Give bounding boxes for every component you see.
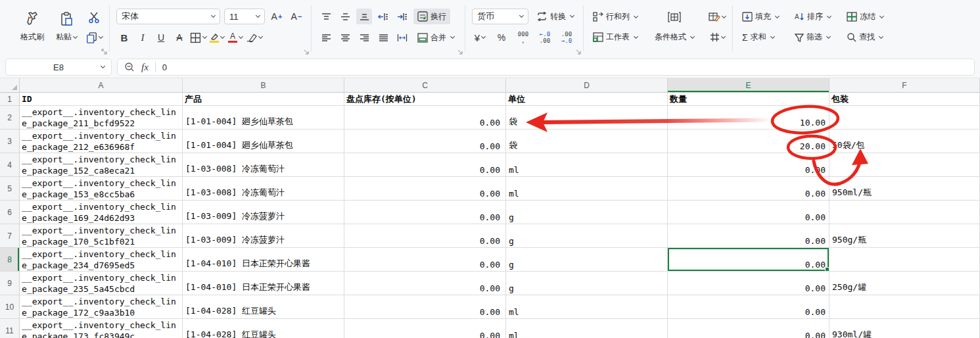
align-center-button[interactable] xyxy=(337,30,353,45)
column-header-D[interactable]: D xyxy=(506,78,668,93)
table-button[interactable] xyxy=(666,9,682,25)
cell-A7[interactable]: __export__.inventory_check_line_package_… xyxy=(20,224,183,248)
clipboard-dialog-launcher[interactable] xyxy=(101,49,107,55)
cell-B8[interactable]: [1-04-010] 日本正荣开心果酱 xyxy=(183,248,344,272)
cell-E6[interactable]: 0.00 xyxy=(668,201,829,224)
select-all-corner[interactable] xyxy=(0,78,20,93)
header-cell-B1[interactable]: 产品 xyxy=(183,93,344,106)
clear-format-button[interactable] xyxy=(246,30,262,45)
cell-C3[interactable]: 0.00 xyxy=(344,130,506,153)
cell-C11[interactable]: 0.00 xyxy=(344,319,506,338)
fill-handle[interactable] xyxy=(825,267,829,272)
increase-indent-button[interactable] xyxy=(394,9,410,24)
alignment-dialog-launcher[interactable] xyxy=(457,49,463,55)
cell-C9[interactable]: 0.00 xyxy=(344,272,506,295)
cell-style-button[interactable] xyxy=(709,30,725,45)
cell-E10[interactable]: 0.00 xyxy=(668,295,829,319)
cell-F7[interactable]: 950g/瓶 xyxy=(829,224,980,248)
cell-B9[interactable]: [1-04-010] 日本正荣开心果酱 xyxy=(183,272,344,295)
find-button[interactable]: 查找 xyxy=(844,30,886,45)
align-bottom-button[interactable] xyxy=(356,9,372,24)
align-right-button[interactable] xyxy=(356,30,372,45)
row-header-4[interactable]: 4 xyxy=(0,153,20,177)
increase-font-button[interactable]: A+ xyxy=(269,9,285,24)
align-left-button[interactable] xyxy=(318,30,334,45)
sort-button[interactable]: A 排序 xyxy=(792,9,833,25)
column-header-F[interactable]: F xyxy=(829,78,980,93)
header-cell-F1[interactable]: 包装 xyxy=(829,93,980,106)
row-header-5[interactable]: 5 xyxy=(0,177,20,201)
cell-F10[interactable] xyxy=(829,295,980,319)
row-header-3[interactable]: 3 xyxy=(0,130,20,153)
cell-C8[interactable]: 0.00 xyxy=(344,248,506,272)
rows-columns-button[interactable]: 行和列 xyxy=(590,9,640,25)
cell-A11[interactable]: __export__.inventory_check_line_package_… xyxy=(20,319,183,338)
copy-button[interactable] xyxy=(85,30,103,45)
row-header-1[interactable]: 1 xyxy=(0,93,20,106)
header-cell-C1[interactable]: 盘点库存(按单位) xyxy=(344,93,506,106)
cell-E5[interactable]: 0.00 xyxy=(668,177,829,201)
cell-F9[interactable]: 250g/罐 xyxy=(829,272,980,295)
column-header-C[interactable]: C xyxy=(344,78,506,93)
format-painter-button[interactable]: 格式刷 xyxy=(17,9,47,45)
cell-D3[interactable]: 袋 xyxy=(506,130,668,153)
cell-B11[interactable]: [1-04-028] 红豆罐头 xyxy=(183,319,344,338)
row-header-2[interactable]: 2 xyxy=(0,106,20,130)
cell-A2[interactable]: __export__.inventory_check_line_package_… xyxy=(20,106,183,130)
cell-D9[interactable]: g xyxy=(506,272,668,295)
merge-cells-button[interactable]: 合并 xyxy=(413,30,458,45)
cell-C7[interactable]: 0.00 xyxy=(344,224,506,248)
cell-F4[interactable] xyxy=(829,153,980,177)
cell-A6[interactable]: __export__.inventory_check_line_package_… xyxy=(20,201,183,224)
cell-B2[interactable]: [1-01-004] 廻乡仙草茶包 xyxy=(183,106,344,130)
increase-decimal-button[interactable]: ←.0.00 xyxy=(537,30,553,45)
table-style-button[interactable] xyxy=(709,9,726,25)
fx-icon[interactable]: fx xyxy=(141,62,149,73)
cell-F6[interactable] xyxy=(829,201,980,224)
number-dialog-launcher[interactable] xyxy=(575,49,581,55)
strikethrough-button[interactable]: A xyxy=(172,30,187,45)
cell-F11[interactable]: 930ml/罐 xyxy=(829,319,980,338)
cut-button[interactable] xyxy=(85,9,103,25)
cell-E11[interactable]: 0.00 xyxy=(668,319,829,338)
cell-F8[interactable] xyxy=(829,248,980,272)
column-header-A[interactable]: A xyxy=(20,78,183,93)
header-cell-E1[interactable]: 数量 xyxy=(668,93,829,106)
paste-button[interactable]: 粘贴 xyxy=(53,9,80,45)
cell-A9[interactable]: __export__.inventory_check_line_package_… xyxy=(20,272,183,295)
thousands-separator-button[interactable]: 000, xyxy=(515,30,531,45)
cell-C6[interactable]: 0.00 xyxy=(344,201,506,224)
cell-B3[interactable]: [1-01-004] 廻乡仙草茶包 xyxy=(183,130,344,153)
font-size-select[interactable]: 11 xyxy=(224,9,265,24)
cell-A4[interactable]: __export__.inventory_check_line_package_… xyxy=(20,153,183,177)
bold-button[interactable]: B xyxy=(116,30,132,45)
cell-D7[interactable]: g xyxy=(506,224,668,248)
row-header-6[interactable]: 6 xyxy=(0,201,20,224)
row-header-8[interactable]: 8 xyxy=(0,248,20,272)
cell-E4[interactable]: 0.00 xyxy=(668,153,829,177)
cell-B10[interactable]: [1-04-028] 红豆罐头 xyxy=(183,295,344,319)
distributed-button[interactable] xyxy=(394,30,410,45)
convert-button[interactable]: 转换 xyxy=(534,9,576,24)
cell-E8[interactable]: 0.00 xyxy=(668,248,829,272)
align-middle-button[interactable] xyxy=(337,9,353,24)
underline-button[interactable]: U xyxy=(153,30,169,45)
font-color-button[interactable]: A xyxy=(227,30,243,45)
cell-D10[interactable]: ml xyxy=(506,295,668,319)
wrap-text-button[interactable]: 换行 xyxy=(413,9,450,24)
cell-C10[interactable]: 0.00 xyxy=(344,295,506,319)
fill-button[interactable]: 填充 xyxy=(739,9,782,25)
row-header-9[interactable]: 9 xyxy=(0,272,20,295)
formula-input[interactable]: fx 0 xyxy=(117,59,975,76)
cell-B6[interactable]: [1-03-009] 冷冻菠萝汁 xyxy=(183,201,344,224)
column-header-B[interactable]: B xyxy=(183,78,344,93)
cell-F5[interactable]: 950ml/瓶 xyxy=(829,177,980,201)
cell-D8[interactable]: g xyxy=(506,248,668,272)
cell-C2[interactable]: 0.00 xyxy=(344,106,506,130)
worksheet-button[interactable]: 工作表 xyxy=(590,30,640,45)
borders-button[interactable] xyxy=(190,30,206,45)
row-header-11[interactable]: 11 xyxy=(0,319,20,338)
header-cell-A1[interactable]: ID xyxy=(20,93,183,106)
cell-C4[interactable]: 0.00 xyxy=(344,153,506,177)
cell-C5[interactable]: 0.00 xyxy=(344,177,506,201)
